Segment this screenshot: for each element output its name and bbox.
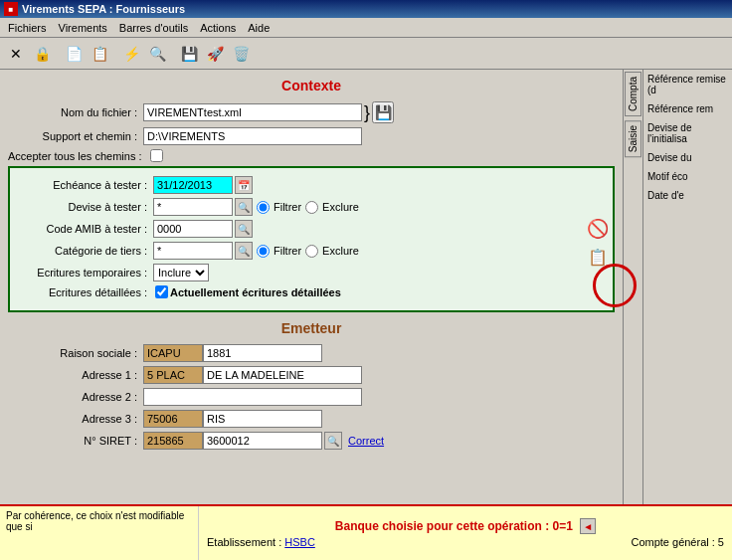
bank-title: Banque choisie pour cette opération : 0=… bbox=[207, 518, 724, 534]
categorie-filtrer-radio[interactable] bbox=[257, 245, 270, 258]
green-box: Echéance à tester : 📅 Devise à tester : … bbox=[8, 166, 615, 312]
menu-actions[interactable]: Actions bbox=[194, 20, 242, 36]
support-chemin-input[interactable] bbox=[143, 127, 362, 145]
devise-exclure-label: Exclure bbox=[322, 201, 359, 213]
bottom-info: Banque choisie pour cette opération : 0=… bbox=[199, 506, 732, 560]
lightning-button[interactable]: ⚡ bbox=[119, 42, 143, 66]
bank-name-link[interactable]: HSBC bbox=[284, 536, 315, 548]
menu-aide[interactable]: Aide bbox=[242, 20, 275, 36]
close-button[interactable]: ✕ bbox=[4, 42, 28, 66]
support-chemin-group: Support et chemin : bbox=[8, 127, 615, 145]
adresse2-input[interactable] bbox=[143, 388, 362, 406]
ecritures-detail-checkbox[interactable] bbox=[155, 285, 168, 298]
adresse3-input[interactable] bbox=[203, 410, 322, 428]
ecritures-detail-group: Ecritures détaillées : Actuellement écri… bbox=[18, 285, 605, 298]
devise-group: Devise à tester : 🔍 Filtrer Exclure bbox=[18, 198, 605, 216]
adresse3-label: Adresse 3 : bbox=[8, 413, 137, 425]
far-right-label-4: Motif éco bbox=[647, 171, 728, 182]
search-button[interactable]: 🔍 bbox=[145, 42, 169, 66]
main-content: Contexte Nom du fichier : } 💾 Support et… bbox=[0, 70, 732, 560]
title-text: Virements SEPA : Fournisseurs bbox=[22, 3, 185, 15]
contexte-title: Contexte bbox=[8, 78, 615, 93]
floppy-save-btn[interactable]: 💾 bbox=[372, 101, 394, 123]
emetteur-title: Emetteur bbox=[8, 320, 615, 336]
raison-sociale-prefix[interactable] bbox=[143, 344, 203, 362]
nom-fichier-input[interactable] bbox=[143, 103, 362, 121]
app-icon: ■ bbox=[4, 2, 18, 16]
title-bar: ■ Virements SEPA : Fournisseurs bbox=[0, 0, 732, 18]
prohibit-icon[interactable]: 🚫 bbox=[587, 217, 609, 239]
accepter-chemins-checkbox[interactable] bbox=[150, 149, 163, 162]
compte-general: Compte général : 5 bbox=[631, 536, 724, 548]
devise-filtrer-radio[interactable] bbox=[257, 201, 270, 214]
categorie-search-btn[interactable]: 🔍 bbox=[235, 242, 253, 260]
categorie-radio-group: Filtrer Exclure bbox=[257, 245, 359, 258]
categorie-label: Catégorie de tiers : bbox=[18, 245, 147, 257]
send-button[interactable]: 🚀 bbox=[203, 42, 227, 66]
brace-icon: } bbox=[364, 102, 370, 123]
correct-link[interactable]: Correct bbox=[348, 435, 384, 447]
adresse3-prefix[interactable] bbox=[143, 410, 203, 428]
bottom-bar: Par cohérence, ce choix n'est modifiable… bbox=[0, 504, 732, 560]
toolbar: ✕ 🔒 📄 📋 ⚡ 🔍 💾 🚀 🗑️ bbox=[0, 38, 732, 70]
save-button[interactable]: 💾 bbox=[177, 42, 201, 66]
amib-search-btn[interactable]: 🔍 bbox=[235, 220, 253, 238]
far-right-panel: Référence remise (d Référence rem Devise… bbox=[642, 70, 732, 560]
siret-label: N° SIRET : bbox=[8, 435, 137, 447]
raison-sociale-input[interactable] bbox=[203, 344, 322, 362]
book-icon[interactable]: 📋 bbox=[588, 247, 608, 266]
devise-radio-group: Filtrer Exclure bbox=[257, 201, 359, 214]
nav-arrow-icon[interactable]: ◄ bbox=[580, 518, 596, 534]
compta-tab[interactable]: Compta bbox=[625, 72, 641, 116]
raison-sociale-group: Raison sociale : bbox=[8, 344, 615, 362]
menu-barres[interactable]: Barres d'outils bbox=[113, 20, 194, 36]
lock-button[interactable]: 🔒 bbox=[30, 42, 54, 66]
bottom-message: Par cohérence, ce choix n'est modifiable… bbox=[0, 506, 199, 560]
far-right-label-0: Référence remise (d bbox=[647, 74, 728, 95]
far-right-label-5: Date d'e bbox=[647, 190, 728, 201]
categorie-exclure-radio[interactable] bbox=[305, 245, 318, 258]
devise-search-btn[interactable]: 🔍 bbox=[235, 198, 253, 216]
menu-fichiers[interactable]: Fichiers bbox=[2, 20, 53, 36]
ecritures-detail-label: Ecritures détaillées : bbox=[18, 286, 147, 298]
siret-prefix[interactable] bbox=[143, 432, 203, 450]
copy-button[interactable]: 📋 bbox=[88, 42, 111, 66]
adresse1-label: Adresse 1 : bbox=[8, 369, 137, 381]
nom-fichier-label: Nom du fichier : bbox=[8, 106, 137, 118]
siret-input[interactable] bbox=[203, 432, 322, 450]
adresse2-label: Adresse 2 : bbox=[8, 391, 137, 403]
left-panel: Contexte Nom du fichier : } 💾 Support et… bbox=[0, 70, 623, 560]
saisie-tab[interactable]: Saisie bbox=[625, 120, 641, 157]
devise-label: Devise à tester : bbox=[18, 201, 147, 213]
siret-search-btn[interactable]: 🔍 bbox=[324, 432, 342, 450]
echeance-input[interactable] bbox=[153, 176, 233, 194]
code-amib-group: Code AMIB à tester : 🔍 bbox=[18, 220, 605, 238]
nom-fichier-group: Nom du fichier : } 💾 bbox=[8, 101, 615, 123]
code-amib-label: Code AMIB à tester : bbox=[18, 223, 147, 235]
adresse1-input[interactable] bbox=[203, 366, 362, 384]
far-right-label-2: Devise de l'initialisa bbox=[647, 122, 728, 144]
far-right-label-3: Devise du bbox=[647, 152, 728, 163]
ecritures-temp-label: Ecritures temporaires : bbox=[18, 267, 147, 279]
accepter-chemins-label: Accepter tous les chemins : bbox=[8, 150, 142, 162]
emetteur-section: Emetteur Raison sociale : Adresse 1 : Ad… bbox=[8, 320, 615, 450]
adresse2-group: Adresse 2 : bbox=[8, 388, 615, 406]
new-button[interactable]: 📄 bbox=[62, 42, 86, 66]
siret-group: N° SIRET : 🔍 Correct bbox=[8, 432, 615, 450]
ecritures-temp-select[interactable]: Inclure bbox=[153, 264, 209, 281]
raison-sociale-label: Raison sociale : bbox=[8, 347, 137, 359]
menu-bar: Fichiers Virements Barres d'outils Actio… bbox=[0, 18, 732, 38]
calendar-btn[interactable]: 📅 bbox=[235, 176, 253, 194]
devise-input[interactable] bbox=[153, 198, 233, 216]
categorie-input[interactable] bbox=[153, 242, 233, 260]
etablissement-label: Etablissement : HSBC bbox=[207, 536, 315, 548]
accepter-chemins-group: Accepter tous les chemins : bbox=[8, 149, 615, 162]
adresse1-prefix[interactable] bbox=[143, 366, 203, 384]
delete-button[interactable]: 🗑️ bbox=[229, 42, 253, 66]
categorie-filtrer-label: Filtrer bbox=[274, 245, 301, 257]
bank-details: Etablissement : HSBC Compte général : 5 bbox=[207, 536, 724, 548]
ecritures-temp-group: Ecritures temporaires : Inclure bbox=[18, 264, 605, 281]
code-amib-input[interactable] bbox=[153, 220, 233, 238]
menu-virements[interactable]: Virements bbox=[53, 20, 113, 36]
devise-exclure-radio[interactable] bbox=[305, 201, 318, 214]
